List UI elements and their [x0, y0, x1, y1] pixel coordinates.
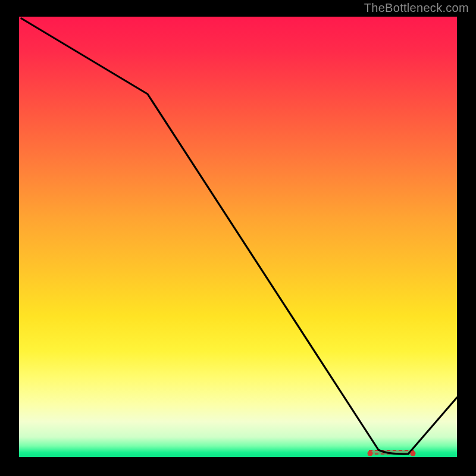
bottleneck-curve-path — [21, 18, 457, 454]
sweet-spot-dot-left — [368, 451, 373, 456]
sweet-spot-dot-right — [411, 451, 416, 456]
chart-stage: TheBottleneck.com — [0, 0, 476, 476]
plot-area — [19, 17, 457, 457]
watermark-text: TheBottleneck.com — [364, 1, 469, 15]
bottleneck-curve-svg — [19, 17, 457, 457]
